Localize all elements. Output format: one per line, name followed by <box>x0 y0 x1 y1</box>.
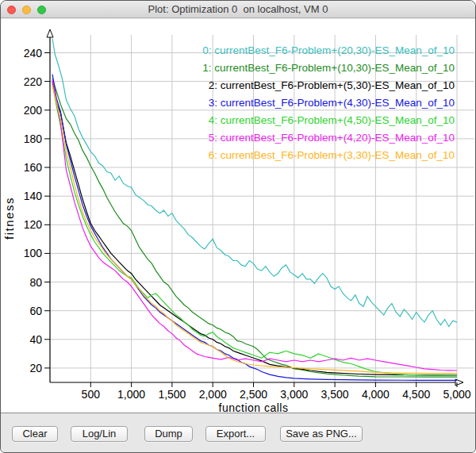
legend-entry-5: 5: currentBest_F6-Problem+(4,20)-ES_Mean… <box>209 132 455 144</box>
x-tick-label: 5,000 <box>443 388 470 401</box>
legend-entry-3: 3: currentBest_F6-Problem+(4,30)-ES_Mean… <box>209 97 455 109</box>
legend-entry-2: 2: currentBest_F6-Problem+(5,30)-ES_Mean… <box>209 79 455 91</box>
y-tick-label: 160 <box>24 161 43 174</box>
series-line-6 <box>52 86 457 374</box>
x-tick-label: 3,000 <box>280 388 308 401</box>
y-tick-label: 220 <box>24 75 43 88</box>
y-axis-arrow-icon <box>47 29 53 37</box>
plot-panel: 204060801001201401601802002202405001,000… <box>1 19 475 413</box>
y-tick-label: 60 <box>29 305 42 317</box>
export-button[interactable]: Export... <box>205 426 266 442</box>
legend-entry-4: 4: currentBest_F6-Problem+(4,50)-ES_Mean… <box>209 114 455 126</box>
button-bar: Clear Log/Lin Dump Export... Save as PNG… <box>1 414 475 453</box>
x-tick-label: 4,500 <box>402 388 430 401</box>
x-tick-label: 4,000 <box>362 388 390 401</box>
series-line-4 <box>52 84 457 375</box>
x-tick-label: 1,500 <box>158 388 186 401</box>
legend-entry-0: 0: currentBest_F6-Problem+(20,30)-ES_Mea… <box>202 44 455 56</box>
x-axis-title: function calls <box>219 401 289 413</box>
y-tick-label: 100 <box>24 247 43 259</box>
y-tick-label: 140 <box>24 190 43 202</box>
fitness-chart: 204060801001201401601802002202405001,000… <box>1 19 476 413</box>
y-tick-label: 200 <box>24 104 43 117</box>
x-tick-label: 3,500 <box>321 388 349 401</box>
y-tick-label: 20 <box>29 362 42 374</box>
y-tick-label: 180 <box>24 132 43 145</box>
log-lin-button[interactable]: Log/Lin <box>71 426 128 442</box>
x-tick-label: 2,000 <box>199 388 227 401</box>
y-tick-label: 80 <box>29 276 42 289</box>
y-tick-label: 120 <box>24 218 43 231</box>
window-title: Plot: Optimization 0 on localhost, VM 0 <box>1 1 475 18</box>
x-tick-label: 500 <box>82 388 101 401</box>
y-tick-label: 40 <box>29 333 42 346</box>
legend-entry-6: 6: currentBest_F6-Problem+(3,30)-ES_Mean… <box>209 149 455 161</box>
plot-window: Plot: Optimization 0 on localhost, VM 0 … <box>0 0 476 453</box>
legend-entry-1: 1: currentBest_F6-Problem+(10,30)-ES_Mea… <box>202 62 455 74</box>
x-tick-label: 1,000 <box>117 388 145 401</box>
y-tick-label: 240 <box>24 47 43 60</box>
titlebar[interactable]: Plot: Optimization 0 on localhost, VM 0 <box>1 1 475 18</box>
dump-button[interactable]: Dump <box>144 426 193 442</box>
clear-button[interactable]: Clear <box>12 426 58 442</box>
save-as-png-button[interactable]: Save as PNG... <box>280 426 363 442</box>
x-tick-label: 2,500 <box>240 388 267 401</box>
y-axis-title: fitness <box>2 197 16 240</box>
